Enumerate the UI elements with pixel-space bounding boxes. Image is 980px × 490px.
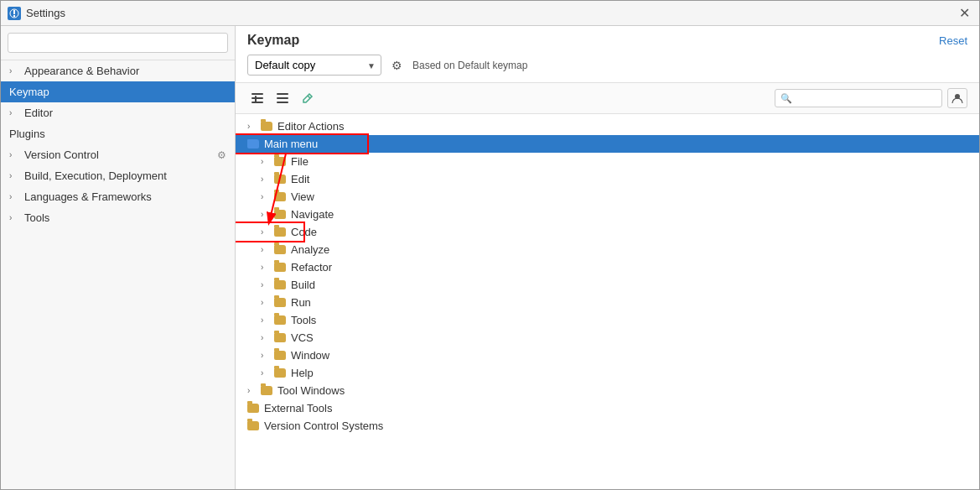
svg-rect-6 [255, 96, 257, 102]
tree-item-code[interactable]: › Code [236, 223, 979, 241]
tree-chevron-icon: › [247, 386, 257, 395]
tree-chevron-icon: › [261, 157, 271, 166]
folder-icon [274, 351, 286, 360]
folder-icon [274, 280, 286, 289]
tree-chevron-icon: › [261, 210, 271, 219]
main-panel: Keymap Reset Default copy Default Eclips… [236, 26, 979, 489]
tree-area: › Editor Actions Main menu › File [236, 114, 979, 489]
sidebar-item-keymap[interactable]: Keymap [1, 81, 235, 102]
tree-chevron-icon: › [261, 227, 271, 237]
sidebar-item-tools[interactable]: › Tools [1, 207, 235, 228]
toolbar-left [247, 88, 318, 108]
folder-icon [247, 404, 259, 413]
tree-chevron-icon: › [261, 298, 271, 307]
folder-icon [274, 368, 286, 378]
title-bar: Settings ✕ [1, 1, 979, 26]
tree-chevron-icon: › [261, 280, 271, 289]
tree-chevron-icon: › [261, 192, 271, 201]
based-on-text: Based on Default keymap [412, 60, 527, 71]
panel-header: Keymap Reset Default copy Default Eclips… [236, 26, 979, 83]
tree-item-main-menu[interactable]: Main menu [236, 135, 979, 153]
keymap-dropdown[interactable]: Default copy Default Eclipse Emacs [247, 55, 381, 76]
toolbar-row: 🔍 [236, 83, 979, 114]
tree-item-run[interactable]: › Run [236, 294, 979, 311]
tree-chevron-icon: › [247, 122, 257, 131]
folder-icon [261, 122, 272, 131]
sidebar-item-plugins[interactable]: Plugins [1, 123, 235, 144]
tree-item-view[interactable]: › View [236, 188, 979, 206]
chevron-icon: › [9, 171, 21, 180]
dropdown-row: Default copy Default Eclipse Emacs ▼ ⚙ B… [247, 55, 967, 76]
toolbar-right: 🔍 [775, 88, 967, 108]
svg-rect-5 [251, 102, 263, 103]
sidebar-vc-left: › Version Control [9, 149, 99, 161]
tree-chevron-icon: › [261, 315, 271, 325]
folder-icon [274, 245, 286, 254]
tree-chevron-icon: › [261, 368, 271, 378]
tree-item-tools-menu[interactable]: › Tools [236, 311, 979, 329]
chevron-icon: › [9, 66, 21, 76]
tree-item-analyze[interactable]: › Analyze [236, 241, 979, 258]
tree-item-vcs[interactable]: › VCS [236, 329, 979, 347]
content-area: 🔍 › Appearance & Behavior Keymap › Edito… [1, 26, 979, 489]
close-button[interactable]: ✕ [956, 5, 972, 22]
tree-item-navigate[interactable]: › Navigate [236, 206, 979, 223]
tree-item-refactor[interactable]: › Refactor [236, 258, 979, 276]
window-title: Settings [26, 7, 65, 19]
chevron-icon: › [9, 192, 21, 201]
tree-item-vcs-systems[interactable]: Version Control Systems [236, 417, 979, 435]
svg-rect-9 [277, 102, 288, 103]
sidebar-search-input[interactable] [8, 33, 228, 53]
folder-icon [274, 210, 286, 219]
folder-icon [274, 333, 286, 342]
keymap-search-icon: 🔍 [780, 93, 792, 104]
keymap-search-wrapper: 🔍 [775, 89, 942, 107]
svg-rect-2 [13, 15, 15, 17]
folder-icon [274, 227, 286, 237]
folder-icon [274, 263, 286, 272]
keymap-search-input[interactable] [775, 89, 942, 107]
user-icon-button[interactable] [947, 88, 967, 108]
tree-chevron-icon: › [261, 245, 271, 254]
sidebar-item-appearance[interactable]: › Appearance & Behavior [1, 60, 235, 81]
settings-window: Settings ✕ 🔍 › Appearance & Behavior Key… [0, 0, 980, 490]
svg-rect-7 [277, 93, 288, 95]
tree-item-external-tools[interactable]: External Tools [236, 399, 979, 417]
svg-rect-3 [251, 93, 263, 95]
svg-rect-4 [251, 97, 263, 99]
svg-rect-8 [277, 97, 288, 99]
sidebar-item-languages[interactable]: › Languages & Frameworks [1, 186, 235, 207]
sidebar-item-editor[interactable]: › Editor [1, 102, 235, 123]
tree-item-edit[interactable]: › Edit [236, 170, 979, 188]
sidebar-search-wrapper: 🔍 [8, 33, 228, 53]
tree-item-editor-actions[interactable]: › Editor Actions [236, 117, 979, 135]
app-icon [8, 7, 21, 20]
collapse-all-button[interactable] [272, 88, 293, 108]
title-bar-left: Settings [8, 7, 65, 20]
tree-chevron-icon: › [261, 333, 271, 342]
tree-chevron-icon: › [261, 263, 271, 272]
folder-icon [274, 157, 286, 166]
gear-icon[interactable]: ⚙ [388, 57, 406, 74]
svg-rect-1 [13, 10, 15, 14]
tree-item-window[interactable]: › Window [236, 347, 979, 364]
sidebar-items: › Appearance & Behavior Keymap › Editor … [1, 60, 235, 489]
tree-item-build-menu[interactable]: › Build [236, 276, 979, 294]
reset-link[interactable]: Reset [939, 34, 967, 47]
folder-icon [274, 175, 286, 184]
folder-icon [274, 298, 286, 307]
tree-item-file[interactable]: › File [236, 153, 979, 170]
menu-folder-icon [247, 139, 259, 149]
folder-icon [274, 315, 286, 325]
sidebar-item-version-control[interactable]: › Version Control ⚙ [1, 144, 235, 165]
tree-item-help[interactable]: › Help [236, 364, 979, 382]
panel-title: Keymap [247, 33, 299, 48]
folder-icon [274, 192, 286, 201]
svg-line-10 [308, 96, 310, 98]
tree-item-tool-windows[interactable]: › Tool Windows [236, 382, 979, 399]
sidebar-item-build[interactable]: › Build, Execution, Deployment [1, 165, 235, 186]
chevron-icon: › [9, 150, 21, 159]
expand-all-button[interactable] [247, 88, 267, 108]
panel-title-row: Keymap Reset [247, 33, 967, 48]
edit-icon-button[interactable] [298, 88, 318, 108]
